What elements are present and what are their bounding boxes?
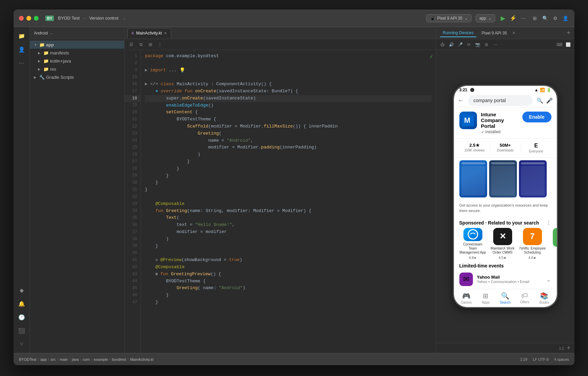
- phone-mockup: 3:21 ▲ 📶 🔋 ←: [453, 85, 558, 308]
- app-description: Get access to your organization's resour…: [454, 200, 557, 216]
- git-icon[interactable]: ⑂: [16, 338, 28, 350]
- nav-label-search: Search: [500, 301, 511, 304]
- tree-item-kotlin[interactable]: ▶ 📁 kotlin+java: [30, 57, 124, 65]
- sponsored-app-4[interactable]: W W...: [549, 228, 557, 260]
- tree-item-app[interactable]: ▼ 📁 app: [30, 41, 124, 49]
- run-button[interactable]: ▶: [499, 15, 507, 22]
- nav-books[interactable]: 📚 Books: [535, 292, 554, 304]
- bc-sep-4: ›: [69, 357, 70, 362]
- screenshot-3[interactable]: [519, 160, 547, 197]
- tab-close-icon[interactable]: ✕: [164, 31, 167, 36]
- add-tab-button[interactable]: +: [567, 29, 570, 37]
- status-time: 3:21: [459, 88, 467, 92]
- folder-icon[interactable]: 📁: [16, 30, 28, 42]
- more-button[interactable]: ⋯: [520, 15, 527, 22]
- sponsored-app-1[interactable]: Connecteam Team Management App 4.8★: [459, 228, 486, 260]
- pixel-tab-close[interactable]: ✕: [512, 31, 515, 35]
- settings-icon[interactable]: ⚙: [551, 15, 559, 22]
- maximize-button[interactable]: [34, 16, 39, 21]
- more-icon[interactable]: ⋯: [16, 57, 28, 69]
- nav-search[interactable]: 🔍 Search: [496, 292, 515, 304]
- search-icon[interactable]: 🔍: [541, 15, 549, 22]
- code-line-21: BYODTestTheme {: [145, 116, 432, 123]
- app-publisher: ✓ Installed: [481, 130, 518, 134]
- cast-icon[interactable]: ⬜: [564, 41, 572, 48]
- close-button[interactable]: [19, 16, 24, 21]
- code-line-33: @Composable: [145, 201, 432, 208]
- code-line-15: [145, 74, 432, 81]
- code-line-29: }: [145, 172, 432, 180]
- sponsored-app-3[interactable]: 7 7shifts: Employee Scheduling 4.6★: [519, 228, 546, 260]
- line-num-34: 45: [125, 285, 140, 292]
- line-num-33: 44: [125, 278, 140, 285]
- list-icon[interactable]: ☰: [127, 41, 135, 49]
- app-name: app: [479, 16, 486, 21]
- screenshot-2[interactable]: [489, 160, 517, 197]
- grid-icon[interactable]: ⊞: [146, 41, 154, 49]
- more-icon[interactable]: ⋯: [492, 41, 499, 48]
- search-input[interactable]: company portal: [468, 95, 532, 106]
- title-bar: BY BYOD Test › Version control ⌄ 📱 Pixel…: [14, 9, 574, 27]
- mic-icon[interactable]: 🎤: [546, 97, 553, 104]
- power-icon[interactable]: ⏻: [439, 41, 446, 48]
- tree-item-manifests[interactable]: ▶ 📁 manifests: [30, 49, 124, 57]
- project-title: BYOD Test: [58, 16, 80, 21]
- event-item[interactable]: ✉ Yahoo Mail Yahoo • Communication • Ema…: [454, 270, 557, 289]
- editor-tabs: K MainActivity.kt ✕: [125, 27, 436, 39]
- line-num-13: 24: [125, 137, 140, 144]
- terminal-icon[interactable]: ⬛: [16, 325, 28, 337]
- sync-button[interactable]: ⚡: [509, 15, 517, 22]
- device-selector[interactable]: 📱 Pixel 9 API 35 ⌄: [426, 14, 472, 22]
- tab-mainactivity[interactable]: K MainActivity.kt ✕: [127, 28, 171, 38]
- app-selector[interactable]: app ⌄: [476, 14, 495, 22]
- line-num-21: 32: [125, 193, 140, 201]
- keyboard-icon[interactable]: ⌨: [556, 41, 563, 48]
- zoom-in-button[interactable]: +: [567, 345, 570, 352]
- sponsored-more-icon[interactable]: ⋮: [546, 219, 551, 226]
- sp-rating-3: 4.6★: [528, 256, 536, 260]
- more-icon[interactable]: ⋮: [156, 41, 164, 49]
- search-icon[interactable]: 🔍: [537, 97, 543, 104]
- event-icon: ✉: [459, 273, 473, 286]
- sponsored-app-2[interactable]: ✕ MaintainX Work Order CMMS 4.5★: [489, 228, 516, 260]
- minimize-button[interactable]: [26, 16, 31, 21]
- code-content[interactable]: package com.example.byodtest ▶ import ..…: [141, 50, 436, 353]
- bc-byodtest: byodtest: [112, 357, 126, 361]
- back-button[interactable]: ←: [458, 97, 464, 104]
- code-line-47: }: [145, 299, 432, 306]
- line-num-31: 42: [125, 264, 140, 271]
- layout-icon[interactable]: ⊞: [531, 15, 539, 22]
- nav-games[interactable]: 🎮 Games: [457, 292, 476, 304]
- sp-name-1: Connecteam Team Management App: [459, 242, 486, 255]
- folder-icon: 📁: [43, 58, 49, 64]
- tree-item-res[interactable]: ▶ 📁 res: [30, 65, 124, 73]
- install-button[interactable]: Enable: [522, 112, 551, 122]
- code-line-38: ): [145, 236, 432, 243]
- version-control[interactable]: Version control: [89, 16, 118, 21]
- nav-offers[interactable]: 🏷 Offers: [515, 292, 535, 304]
- running-devices-tab[interactable]: Running Devices: [440, 29, 476, 37]
- screenshot-1[interactable]: [459, 160, 487, 197]
- keyword: import: [150, 67, 166, 74]
- device-name: Pixel 9 API 35: [437, 16, 462, 21]
- split-icon[interactable]: ⧉: [137, 41, 145, 49]
- app-icon-large: M: [459, 112, 477, 129]
- tree-item-gradle[interactable]: ▶ 🔧 Gradle Scripts: [30, 73, 124, 81]
- diamond-icon[interactable]: ◆: [16, 284, 28, 296]
- pixel-tab[interactable]: Pixel 9 API 35: [479, 29, 510, 37]
- notification-icon[interactable]: 🔔: [16, 298, 28, 310]
- app-name: Intune Company Portal: [481, 112, 518, 129]
- line-num-17: 28: [125, 165, 140, 172]
- project-icon[interactable]: 👤: [16, 43, 28, 55]
- nav-apps[interactable]: ⊞ Apps: [476, 292, 496, 304]
- mic-icon[interactable]: 🎤: [456, 41, 464, 48]
- rotate-icon[interactable]: ⟳: [465, 41, 473, 48]
- nav-label-offers: Offers: [520, 300, 529, 304]
- expand-icon[interactable]: ⊞: [483, 41, 490, 48]
- volume-icon[interactable]: 🔊: [448, 41, 455, 48]
- account-icon[interactable]: 👤: [562, 15, 569, 22]
- file-tree-dropdown[interactable]: ⌄: [50, 31, 53, 35]
- version-chevron: ⌄: [123, 16, 126, 21]
- clock-icon[interactable]: 🕐: [16, 311, 28, 323]
- screenshot-icon[interactable]: 📷: [474, 41, 481, 48]
